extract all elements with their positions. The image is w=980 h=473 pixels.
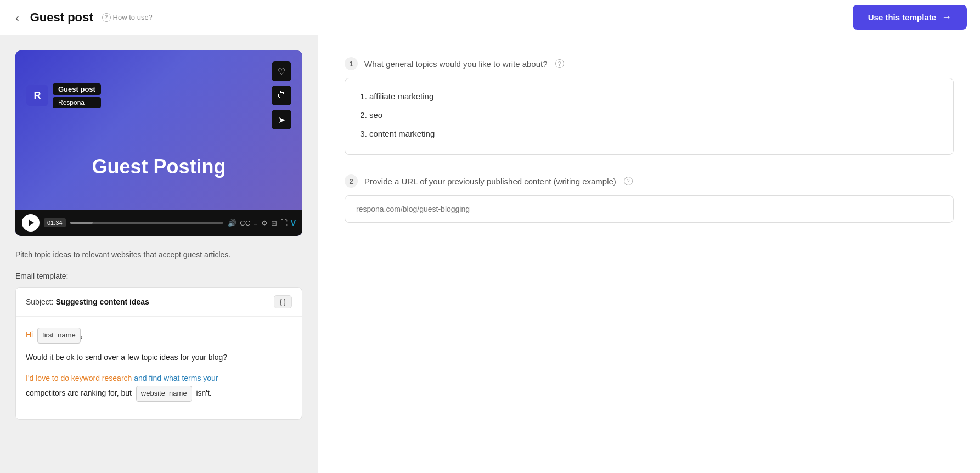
topic-2: seo [369,107,940,123]
step-2-help-icon[interactable]: ? [624,177,633,185]
email-line3-end: isn't. [196,388,211,397]
page-title: Guest post [30,10,93,25]
subtitles-icon[interactable]: ≡ [254,219,258,227]
fullscreen-icon[interactable]: ⛶ [280,219,288,227]
video-time: 01:34 [44,218,66,227]
use-template-button[interactable]: Use this template → [853,5,967,30]
topics-box: affiliate marketing seo content marketin… [345,78,954,155]
step-1-help-icon[interactable]: ? [555,59,564,68]
step-2-number: 2 [345,174,358,188]
vimeo-icon[interactable]: V [291,218,296,227]
step-2-question: Provide a URL of your previously publish… [364,177,616,186]
brand-name-badge: Respona [53,97,101,108]
video-brand: R Guest post Respona [26,83,101,108]
brand-logo: R [26,85,48,106]
email-line1: Would it be ok to send over a few topic … [26,350,292,365]
form-step-1: 1 What general topics would you like to … [345,57,954,155]
email-template-label: Email template: [15,272,302,280]
play-button[interactable] [22,214,40,232]
captions-icon[interactable]: CC [240,219,250,227]
app-header: ‹ Guest post ? How to use? Use this temp… [0,0,980,35]
website-name-tag[interactable]: website_name [136,386,192,402]
brand-title-badge: Guest post [53,83,101,95]
email-line2-blue: and find what terms your [134,374,218,382]
video-icons-right: ♡ ⏱ ➤ [272,61,291,129]
video-card: R Guest post Respona ♡ ⏱ ➤ Guest Posting [15,50,302,236]
step-1-label-row: 1 What general topics would you like to … [345,57,954,70]
use-template-arrow-icon: → [942,12,951,23]
braces-button[interactable]: { } [274,295,292,308]
email-line2-highlight: I'd love to do keyword research [26,374,134,382]
video-title: Guest Posting [26,129,291,199]
left-panel: R Guest post Respona ♡ ⏱ ➤ Guest Posting [0,35,318,473]
video-controls: 01:34 🔊 CC ≡ ⚙ ⊞ ⛶ V [15,210,302,236]
video-progress-fill [70,222,93,224]
use-template-label: Use this template [868,13,936,22]
left-description: Pitch topic ideas to relevant websites t… [15,249,302,261]
how-to-use-link[interactable]: ? How to use? [102,13,153,22]
how-to-use-label: How to use? [113,13,153,21]
form-step-2: 2 Provide a URL of your previously publi… [345,174,954,223]
email-line3-prefix: competitors are ranking for, but [26,388,132,397]
first-name-tag[interactable]: first_name [37,328,81,344]
back-button[interactable]: ‹ [13,10,21,25]
video-inner: R Guest post Respona ♡ ⏱ ➤ Guest Posting [15,50,302,210]
topics-list: affiliate marketing seo content marketin… [358,88,940,142]
volume-icon[interactable]: 🔊 [228,219,236,227]
step-1-question: What general topics would you like to wr… [364,59,548,69]
url-input[interactable] [345,195,954,223]
header-left: ‹ Guest post ? How to use? [13,10,153,25]
email-subject: Subject: Suggesting content ideas [26,297,149,306]
subject-prefix-label: Subject: [26,297,54,306]
brand-labels: Guest post Respona [53,83,101,108]
heart-icon[interactable]: ♡ [272,61,291,81]
settings-icon[interactable]: ⚙ [261,219,268,227]
video-top-bar: R Guest post Respona ♡ ⏱ ➤ [26,61,291,129]
subject-value: Suggesting content ideas [55,297,149,306]
clock-icon[interactable]: ⏱ [272,86,291,105]
email-subject-row: Subject: Suggesting content ideas { } [16,288,302,317]
email-template-box: Subject: Suggesting content ideas { } Hi… [15,287,302,420]
how-to-use-help-icon: ? [102,13,111,22]
email-body: Hi first_name, Would it be ok to send ov… [16,317,302,419]
topic-1: affiliate marketing [369,88,940,105]
step-2-label-row: 2 Provide a URL of your previously publi… [345,174,954,188]
right-panel: 1 What general topics would you like to … [318,35,980,473]
picture-in-picture-icon[interactable]: ⊞ [271,219,277,227]
email-line2: I'd love to do keyword research and find… [26,371,292,401]
step-1-number: 1 [345,57,358,70]
greeting-text: Hi [26,330,33,339]
send-icon[interactable]: ➤ [272,110,291,129]
video-progress-bar[interactable] [70,222,224,224]
main-layout: R Guest post Respona ♡ ⏱ ➤ Guest Posting [0,35,980,473]
video-ctrl-icons: 🔊 CC ≡ ⚙ ⊞ ⛶ V [228,218,296,227]
topic-3: content marketing [369,126,940,142]
email-greeting-line: Hi first_name, [26,328,292,344]
